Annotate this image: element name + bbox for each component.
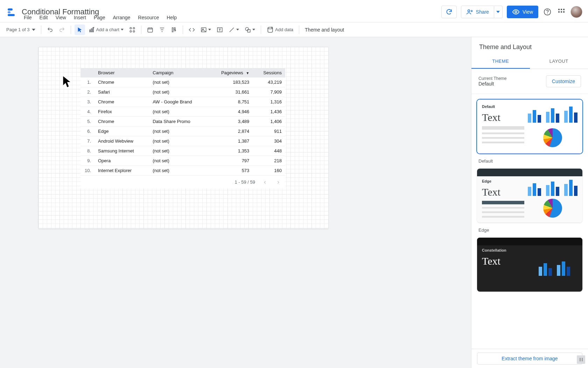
svg-point-18 [130, 30, 132, 32]
add-chart-button[interactable]: Add a chart [86, 25, 126, 35]
svg-point-16 [130, 27, 132, 29]
panel-title: Theme and Layout [471, 37, 588, 54]
community-viz-button[interactable] [127, 25, 138, 35]
table-row[interactable]: 4.Firefox(not set)4,9461,436 [80, 107, 285, 117]
table-row[interactable]: 6.Edge(not set)2,874911 [80, 127, 285, 136]
table-pager: 1 - 59 / 59 ‹ › [80, 176, 285, 189]
svg-rect-14 [91, 29, 92, 32]
add-chart-label: Add a chart [96, 27, 120, 32]
col-header-sessions[interactable]: Sessions [253, 68, 285, 77]
redo-button[interactable] [57, 25, 67, 35]
col-header-index[interactable] [80, 68, 94, 77]
svg-rect-2 [8, 14, 15, 16]
svg-point-4 [515, 11, 517, 13]
tab-theme[interactable]: THEME [471, 54, 530, 69]
table-row[interactable]: 10.Internet Explorer(not set)573160 [80, 166, 285, 176]
menu-page[interactable]: Page [90, 14, 109, 21]
user-avatar[interactable] [570, 6, 582, 18]
col-header-pageviews[interactable]: Pageviews ▼ [208, 68, 253, 77]
share-dropdown[interactable] [494, 6, 503, 18]
url-embed-button[interactable] [187, 25, 197, 35]
svg-rect-10 [558, 11, 560, 13]
svg-rect-13 [90, 30, 90, 32]
pager-next-icon[interactable]: › [275, 178, 282, 186]
theme-card-constellation[interactable]: Constellation Text [477, 238, 582, 292]
current-theme-label: Current Theme [478, 76, 506, 81]
table-row[interactable]: 2.Safari(not set)31,6617,909 [80, 87, 285, 97]
canvas-area[interactable]: Browser Campaign Pageviews ▼ Sessions 1.… [0, 37, 471, 368]
table-row[interactable]: 9.Opera(not set)797218 [80, 156, 285, 166]
share-label: Share [476, 9, 489, 15]
pager-prev-icon[interactable]: ‹ [261, 178, 268, 186]
table-row[interactable]: 1.Chrome(not set)183,52343,219 [80, 77, 285, 87]
undo-button[interactable] [45, 25, 55, 35]
share-button[interactable]: Share [461, 6, 494, 18]
extract-theme-button[interactable]: Extract theme from image [477, 353, 582, 364]
page-selector-label: Page 1 of 3 [6, 27, 30, 32]
svg-point-19 [133, 30, 135, 32]
svg-rect-8 [561, 9, 562, 10]
svg-rect-11 [561, 11, 562, 13]
shape-button[interactable] [243, 25, 257, 35]
table-row[interactable]: 5.ChromeData Share Promo3,4891,406 [80, 117, 285, 127]
svg-point-26 [245, 27, 248, 30]
theme-layout-button[interactable]: Theme and layout [303, 27, 346, 33]
svg-rect-1 [8, 11, 10, 13]
tab-layout[interactable]: LAYOUT [530, 54, 588, 69]
add-data-label: Add data [275, 27, 293, 32]
menu-file[interactable]: File [20, 14, 35, 21]
app-header: Conditional Formatting File Edit View In… [0, 0, 588, 22]
table-row[interactable]: 7.Android Webview(not set)1,387304 [80, 136, 285, 146]
menu-edit[interactable]: Edit [36, 14, 51, 21]
table-row[interactable]: 3.ChromeAW - Google Brand8,7511,316 [80, 97, 285, 107]
app-logo-icon [6, 6, 18, 18]
report-page[interactable]: Browser Campaign Pageviews ▼ Sessions 1.… [38, 47, 328, 229]
page-selector[interactable]: Page 1 of 3 [4, 27, 37, 32]
apps-grid-icon[interactable] [556, 7, 566, 17]
table-row[interactable]: 8.Samsung Internet(not set)1,353448 [80, 146, 285, 156]
theme-name-default: Default [477, 156, 582, 169]
theme-card-edge[interactable]: Edge Text [477, 169, 582, 223]
svg-rect-20 [148, 28, 153, 32]
image-button[interactable] [198, 25, 213, 35]
help-icon[interactable] [542, 7, 552, 17]
current-theme-value: Default [478, 81, 506, 87]
filter-control-button[interactable] [157, 25, 167, 35]
theme-card-default[interactable]: Default Text [477, 100, 582, 154]
view-button[interactable]: View [507, 6, 538, 18]
customize-button[interactable]: Customize [546, 75, 581, 87]
pause-indicator-icon[interactable] [577, 355, 585, 364]
theme-gallery: Default Text [471, 94, 588, 315]
data-control-button[interactable] [169, 25, 179, 35]
col-header-browser[interactable]: Browser [94, 68, 149, 77]
col-header-campaign[interactable]: Campaign [149, 68, 208, 77]
svg-point-17 [133, 27, 135, 29]
svg-rect-27 [247, 29, 250, 32]
svg-point-6 [547, 13, 548, 14]
menu-insert[interactable]: Insert [70, 14, 90, 21]
add-data-button[interactable]: Add data [265, 25, 295, 35]
menu-resource[interactable]: Resource [134, 14, 162, 21]
menu-view[interactable]: View [52, 14, 70, 21]
selection-tool[interactable] [75, 25, 85, 35]
menu-bar: File Edit View Insert Page Arrange Resou… [20, 14, 180, 21]
sort-desc-icon: ▼ [246, 71, 249, 75]
view-label: View [523, 9, 533, 15]
menu-help[interactable]: Help [163, 14, 180, 21]
svg-rect-0 [8, 8, 13, 11]
theme-name-edge: Edge [477, 225, 582, 238]
data-table-chart[interactable]: Browser Campaign Pageviews ▼ Sessions 1.… [80, 68, 285, 189]
text-button[interactable] [215, 25, 225, 35]
menu-arrange[interactable]: Arrange [110, 14, 134, 21]
line-button[interactable] [226, 25, 241, 35]
refresh-button[interactable] [441, 6, 457, 18]
cursor-indicator-icon [61, 75, 74, 90]
table-header-row: Browser Campaign Pageviews ▼ Sessions [80, 68, 285, 77]
svg-rect-9 [563, 9, 565, 10]
svg-rect-12 [563, 11, 565, 13]
date-range-button[interactable] [145, 25, 155, 35]
extract-theme-bar: Extract theme from image [471, 349, 588, 368]
toolbar: Page 1 of 3 Add a chart [0, 22, 588, 37]
svg-point-3 [468, 9, 470, 12]
pager-range: 1 - 59 / 59 [234, 179, 255, 185]
